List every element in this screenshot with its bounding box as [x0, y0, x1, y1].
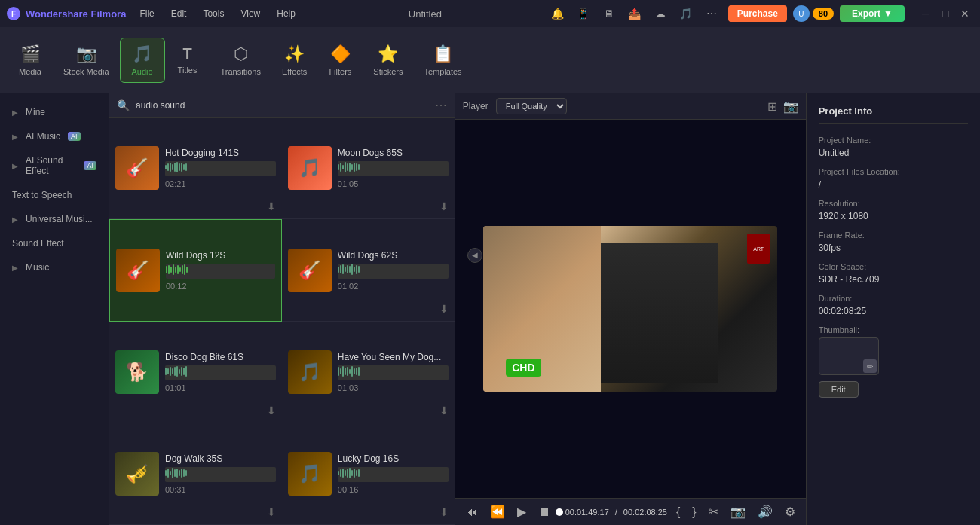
thumbnail-box[interactable]: ✏: [819, 337, 879, 375]
audio-button[interactable]: 🔊: [755, 503, 776, 520]
download-icon-8[interactable]: ⬇: [439, 506, 449, 518]
tool-filters[interactable]: 🔶 Filters: [317, 38, 363, 82]
tool-stock-media[interactable]: 📷 Stock Media: [53, 38, 120, 82]
audio-item-5[interactable]: 🐕 Disco Dog Bite 61S 01:01 ⬇: [109, 322, 282, 423]
titlebar-left: F Wondershare Filmora File Edit Tools Vi…: [6, 5, 303, 22]
resolution-field: Resolution: 1920 x 1080: [819, 199, 968, 221]
wf-bars-3: [166, 264, 275, 276]
audio-duration-8: 00:16: [338, 485, 449, 494]
edit-button[interactable]: Edit: [819, 381, 859, 398]
time-separator: /: [615, 508, 617, 517]
menu-file[interactable]: File: [132, 5, 161, 22]
menu-view[interactable]: View: [233, 5, 268, 22]
download-icon-5[interactable]: ⬇: [267, 404, 276, 417]
screenshot-button[interactable]: 📷: [727, 503, 749, 520]
quality-select[interactable]: Full Quality: [496, 98, 567, 114]
notification-icon[interactable]: 🔔: [547, 3, 568, 24]
download-icon-4[interactable]: ⬇: [439, 303, 449, 315]
audio-name-8: Lucky Dog 16S: [338, 453, 449, 464]
stop-button[interactable]: ⏹: [535, 504, 553, 520]
audio-info-2: Moon Dogs 65S 01:05: [338, 148, 449, 188]
tool-stickers-label: Stickers: [373, 67, 403, 76]
tool-audio[interactable]: 🎵 Audio: [120, 38, 165, 83]
logo-icon: F: [6, 6, 21, 21]
download-icon-2[interactable]: ⬇: [439, 200, 449, 212]
sidebar-item-music[interactable]: ▶ Music: [3, 256, 106, 279]
rewind-button[interactable]: ⏪: [487, 503, 508, 520]
mark-in-button[interactable]: {: [673, 504, 683, 520]
tool-stickers[interactable]: ⭐ Stickers: [363, 38, 413, 82]
tool-effects[interactable]: ✨ Effects: [271, 38, 317, 82]
current-time: 00:01:49:17: [565, 508, 609, 517]
minimize-button[interactable]: ─: [917, 5, 935, 23]
tool-effects-label: Effects: [282, 67, 307, 76]
audio-thumb-6: 🎵: [288, 350, 332, 394]
window-controls: ─ □ ✕: [917, 5, 974, 23]
sidebar-item-ai-music[interactable]: ▶ AI Music AI: [3, 125, 106, 148]
search-input[interactable]: [136, 100, 429, 111]
prev-frame-button[interactable]: ⏮: [463, 504, 481, 520]
resolution-value: 1920 x 1080: [819, 211, 968, 221]
settings-button[interactable]: ⚙: [782, 503, 798, 520]
wf-bars-4: [338, 264, 449, 276]
clip-button[interactable]: ✂: [706, 503, 721, 520]
music-icon[interactable]: 🎵: [675, 3, 697, 24]
menu-tools[interactable]: Tools: [195, 5, 231, 22]
tool-titles[interactable]: T Titles: [165, 39, 210, 81]
audio-item-8[interactable]: 🎵 Lucky Dog 16S 00:16 ⬇: [282, 423, 455, 525]
download-icon-7[interactable]: ⬇: [267, 506, 276, 518]
monitor-icon[interactable]: 🖥: [599, 3, 620, 24]
audio-name-6: Have You Seen My Dog...: [338, 352, 449, 362]
close-button[interactable]: ✕: [956, 5, 974, 23]
play-button[interactable]: ▶: [514, 503, 529, 520]
audio-info-8: Lucky Dog 16S 00:16: [338, 453, 449, 494]
download-icon-6[interactable]: ⬇: [439, 404, 449, 417]
wf-bars-1: [165, 161, 276, 173]
sidebar-item-mine[interactable]: ▶ Mine: [3, 101, 106, 124]
share-icon[interactable]: 📤: [624, 3, 645, 24]
download-icon-1[interactable]: ⬇: [267, 200, 276, 212]
menu-edit[interactable]: Edit: [164, 5, 194, 22]
titlebar: F Wondershare Filmora File Edit Tools Vi…: [0, 0, 980, 27]
player-icon-group: ⊞ 📷: [767, 99, 798, 114]
snapshot-icon[interactable]: 📷: [783, 99, 798, 114]
audio-thumb-7: 🎺: [115, 452, 159, 496]
audio-item-7[interactable]: 🎺 Dog Walk 35S 00:31 ⬇: [109, 423, 282, 525]
audio-item-2[interactable]: 🎵 Moon Dogs 65S 01:05 ⬇: [282, 118, 455, 219]
thumbnail-edit-icon: ✏: [863, 359, 877, 373]
total-time: 00:02:08:25: [623, 508, 667, 517]
audio-duration-2: 01:05: [338, 179, 449, 188]
tool-templates[interactable]: 📋 Templates: [413, 38, 472, 82]
sidebar-item-text-speech[interactable]: Text to Speech: [3, 184, 106, 206]
project-files-value: /: [819, 179, 968, 190]
sidebar-item-ai-sound[interactable]: ▶ AI Sound Effect AI: [3, 149, 106, 182]
audio-item-1[interactable]: 🎸 Hot Dogging 141S 02:21 ⬇: [109, 118, 282, 219]
tool-transitions[interactable]: ⬡ Transitions: [210, 38, 271, 82]
audio-item-4[interactable]: 🎸 Wild Dogs 62S 01:02 ⬇: [282, 219, 455, 322]
project-panel-title: Project Info: [819, 105, 968, 124]
sidebar-item-universal-music[interactable]: ▶ Universal Musi...: [3, 208, 106, 230]
ai-music-badge: AI: [68, 132, 81, 141]
tool-media[interactable]: 🎬 Media: [8, 38, 53, 82]
audio-item-6[interactable]: 🎵 Have You Seen My Dog... 01:03 ⬇: [282, 322, 455, 423]
cloud-icon[interactable]: ☁: [650, 3, 671, 24]
search-options-icon[interactable]: ⋯: [435, 98, 447, 112]
export-button[interactable]: Export ▼: [840, 5, 905, 22]
user-avatar[interactable]: U: [793, 5, 810, 22]
audio-item-3[interactable]: 🎸 Wild Dogs 12S 00:12: [109, 219, 282, 322]
apps-icon[interactable]: ⋯: [701, 3, 722, 24]
thumb-art-7: 🎺: [115, 452, 159, 496]
progress-thumb: [556, 508, 563, 516]
menu-help[interactable]: Help: [269, 5, 303, 22]
purchase-button[interactable]: Purchase: [728, 5, 787, 22]
player-label: Player: [463, 101, 488, 111]
sidebar-item-sound-effect[interactable]: Sound Effect: [3, 232, 106, 255]
fullscreen-icon[interactable]: ⊞: [767, 99, 777, 114]
mark-out-button[interactable]: }: [689, 504, 699, 520]
project-name-label: Project Name:: [819, 136, 968, 145]
tool-media-label: Media: [19, 67, 41, 76]
devices-icon[interactable]: 📱: [573, 3, 594, 24]
svg-text:F: F: [11, 10, 16, 18]
maximize-button[interactable]: □: [936, 5, 954, 23]
thumb-art-5: 🐕: [115, 350, 159, 394]
